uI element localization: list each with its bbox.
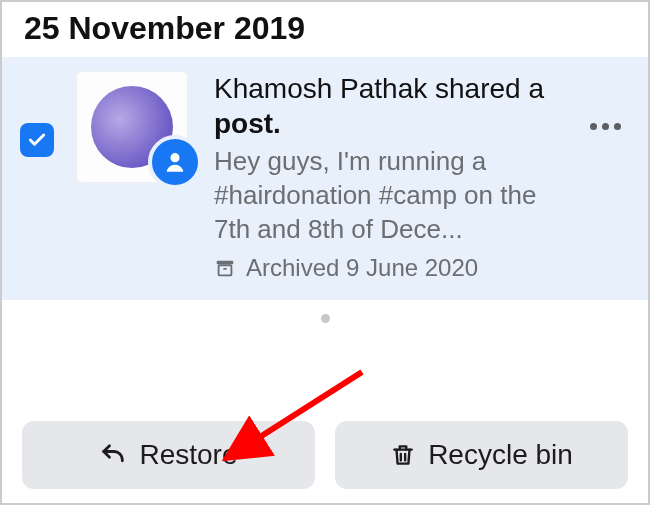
more-column (580, 71, 630, 130)
undo-icon (99, 441, 127, 469)
item-title: Khamosh Pathak shared a post. (214, 71, 572, 141)
recycle-bin-button[interactable]: Recycle bin (335, 421, 628, 489)
activity-item[interactable]: Khamosh Pathak shared a post. Hey guys, … (2, 57, 648, 300)
action-bar: Restore Recycle bin (2, 421, 648, 489)
person-icon (162, 149, 188, 175)
content-column: Khamosh Pathak shared a post. Hey guys, … (196, 71, 580, 282)
svg-rect-1 (217, 261, 234, 265)
profile-badge (148, 135, 202, 189)
checkmark-icon (27, 130, 47, 150)
checkbox-column (20, 71, 76, 157)
recycle-label: Recycle bin (428, 439, 573, 471)
more-button[interactable] (590, 123, 621, 130)
svg-rect-2 (219, 266, 232, 276)
svg-rect-3 (223, 268, 227, 270)
body-preview: Hey guys, I'm running a #hairdonation #c… (214, 145, 572, 246)
svg-point-0 (170, 153, 179, 162)
archived-label: Archived 9 June 2020 (246, 254, 478, 282)
trash-icon (390, 442, 416, 468)
object-text: post (214, 108, 273, 139)
more-icon (590, 123, 597, 130)
date-header: 25 November 2019 (2, 2, 648, 57)
meta-row: Archived 9 June 2020 (214, 254, 572, 282)
author-name: Khamosh Pathak (214, 73, 427, 104)
restore-label: Restore (139, 439, 237, 471)
action-text: shared a (435, 73, 544, 104)
thumbnail-column (76, 71, 196, 183)
archive-icon (214, 257, 236, 279)
select-checkbox[interactable] (20, 123, 54, 157)
drag-indicator-icon (321, 314, 330, 323)
sheet-drag-handle[interactable] (2, 300, 648, 335)
app-frame: 25 November 2019 Khamosh Pathak shared a… (0, 0, 650, 505)
restore-button[interactable]: Restore (22, 421, 315, 489)
